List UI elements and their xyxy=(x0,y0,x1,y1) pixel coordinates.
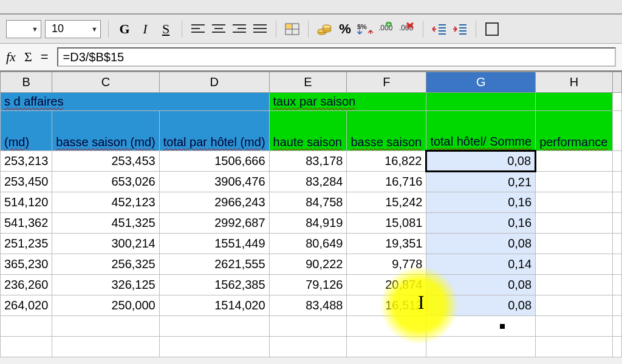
decrease-indent-button[interactable] xyxy=(431,21,448,38)
cell[interactable]: 16,822 xyxy=(347,151,426,172)
column-header-row[interactable]: B C D E F G H xyxy=(1,72,622,93)
align-left-button[interactable] xyxy=(190,21,207,38)
cell[interactable]: 264,020 xyxy=(1,295,52,316)
sum-icon[interactable]: Σ xyxy=(24,49,32,65)
cell[interactable]: 15,242 xyxy=(347,192,426,213)
cell[interactable] xyxy=(536,337,613,357)
cell[interactable]: 451,325 xyxy=(52,213,159,234)
cell[interactable] xyxy=(536,295,613,316)
cell[interactable] xyxy=(426,337,536,357)
cell[interactable]: 653,026 xyxy=(52,172,159,192)
cell[interactable] xyxy=(612,151,621,172)
col-header-F[interactable]: F xyxy=(347,72,426,93)
table-row[interactable]: 236,260 326,125 1562,385 79,126 20,874 0… xyxy=(1,275,622,295)
cell[interactable] xyxy=(612,254,621,275)
cell[interactable]: 2992,687 xyxy=(159,213,269,234)
cell[interactable]: 0,21 xyxy=(426,172,536,192)
table-row[interactable] xyxy=(1,316,622,337)
section-header-row[interactable]: s d affaires taux par saison xyxy=(1,93,622,111)
cell[interactable]: 15,081 xyxy=(347,213,426,234)
cell[interactable] xyxy=(612,213,621,234)
cell[interactable]: 0,08 xyxy=(426,234,536,254)
formula-input[interactable] xyxy=(57,47,616,67)
cell[interactable]: 256,325 xyxy=(52,254,159,275)
cell[interactable] xyxy=(52,316,159,337)
font-size-dropdown[interactable]: 10 ▼ xyxy=(45,20,101,38)
cell[interactable]: 80,649 xyxy=(269,234,347,254)
cell[interactable] xyxy=(612,337,621,357)
cell[interactable]: 1562,385 xyxy=(159,275,269,295)
cell[interactable]: 0,16 xyxy=(426,213,536,234)
cell[interactable]: 19,351 xyxy=(347,234,426,254)
currency-button[interactable] xyxy=(316,21,333,38)
cell[interactable] xyxy=(536,192,613,213)
cell[interactable] xyxy=(1,316,52,337)
cell[interactable]: 84,919 xyxy=(269,213,347,234)
col-header-E[interactable]: E xyxy=(269,72,347,93)
cell[interactable]: 0,08 xyxy=(426,275,536,295)
borders-button[interactable] xyxy=(484,21,501,38)
spreadsheet-grid[interactable]: B C D E F G H s d affaires taux par sais… xyxy=(0,72,622,357)
cell[interactable]: 16,716 xyxy=(347,172,426,192)
bold-button[interactable]: G xyxy=(116,21,133,38)
italic-button[interactable]: I xyxy=(137,21,154,38)
col-header-H[interactable]: H xyxy=(536,72,613,93)
table-row[interactable] xyxy=(1,337,622,357)
field-header-row[interactable]: (md) basse saison (md) total par hôtel (… xyxy=(1,111,622,151)
fill-handle[interactable] xyxy=(500,324,505,329)
cell[interactable]: 79,126 xyxy=(269,275,347,295)
cell[interactable]: 2621,555 xyxy=(159,254,269,275)
table-row[interactable]: 365,230 256,325 2621,555 90,222 9,778 0,… xyxy=(1,254,622,275)
cell[interactable]: 83,178 xyxy=(269,151,347,172)
cell[interactable]: 16,512 xyxy=(347,295,426,316)
cell[interactable] xyxy=(612,234,621,254)
table-row[interactable]: 253,213 253,453 1506,666 83,178 16,822 0… xyxy=(1,151,622,172)
cell[interactable]: 326,125 xyxy=(52,275,159,295)
cell[interactable] xyxy=(536,275,613,295)
cell[interactable]: 0,08 xyxy=(426,295,536,316)
cell[interactable]: 83,488 xyxy=(269,295,347,316)
cell[interactable] xyxy=(347,337,426,357)
cell[interactable]: 251,235 xyxy=(1,234,52,254)
cell[interactable]: 1551,449 xyxy=(159,234,269,254)
font-name-dropdown[interactable]: ▼ xyxy=(6,20,41,38)
percent-button[interactable]: % xyxy=(337,21,354,38)
cell[interactable]: 253,213 xyxy=(1,151,52,172)
cell[interactable] xyxy=(536,172,613,192)
spreadsheet-area[interactable]: B C D E F G H s d affaires taux par sais… xyxy=(0,72,622,357)
col-header-blank[interactable] xyxy=(612,72,621,93)
standard-format-button[interactable]: $% xyxy=(357,21,374,38)
cell[interactable] xyxy=(426,316,536,337)
cell[interactable]: 2966,243 xyxy=(159,192,269,213)
cell[interactable]: 514,120 xyxy=(1,192,52,213)
cell[interactable] xyxy=(269,337,347,357)
cell[interactable]: 1514,020 xyxy=(159,295,269,316)
align-center-button[interactable] xyxy=(210,21,227,38)
cell[interactable] xyxy=(159,337,269,357)
cell[interactable]: 20,874 xyxy=(347,275,426,295)
cell[interactable] xyxy=(269,316,347,337)
cell[interactable]: 253,453 xyxy=(52,151,159,172)
cell[interactable] xyxy=(1,337,52,357)
cell[interactable]: 9,778 xyxy=(347,254,426,275)
cell[interactable] xyxy=(612,295,621,316)
add-decimal-button[interactable]: .000+ xyxy=(378,21,395,38)
cell[interactable]: 90,222 xyxy=(269,254,347,275)
cell[interactable] xyxy=(536,254,613,275)
table-row[interactable]: 251,235 300,214 1551,449 80,649 19,351 0… xyxy=(1,234,622,254)
col-header-B[interactable]: B xyxy=(1,72,52,93)
cell[interactable] xyxy=(536,151,613,172)
cell[interactable] xyxy=(159,316,269,337)
cell[interactable] xyxy=(612,275,621,295)
table-row[interactable]: 541,362 451,325 2992,687 84,919 15,081 0… xyxy=(1,213,622,234)
cell[interactable]: 0,14 xyxy=(426,254,536,275)
cell[interactable] xyxy=(536,213,613,234)
increase-indent-button[interactable] xyxy=(451,21,468,38)
merge-cells-button[interactable] xyxy=(284,21,301,38)
cell[interactable]: 0,16 xyxy=(426,192,536,213)
cell[interactable]: 253,450 xyxy=(1,172,52,192)
table-row[interactable]: 514,120 452,123 2966,243 84,758 15,242 0… xyxy=(1,192,622,213)
cell[interactable] xyxy=(612,316,621,337)
cell[interactable]: 1506,666 xyxy=(159,151,269,172)
cell[interactable]: 541,362 xyxy=(1,213,52,234)
